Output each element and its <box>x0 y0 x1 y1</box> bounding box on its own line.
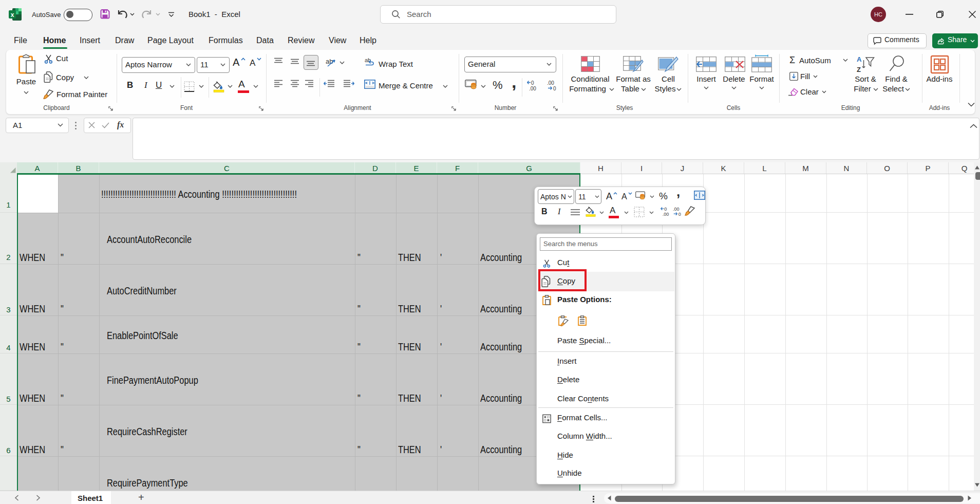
svg-text:.00: .00 <box>547 80 554 86</box>
svg-text:ab: ab <box>326 58 333 65</box>
svg-text:x: x <box>11 11 14 18</box>
svg-text:Z: Z <box>857 66 861 73</box>
svg-text:.00: .00 <box>673 207 680 212</box>
svg-text:.00: .00 <box>663 212 669 217</box>
svg-text:0: 0 <box>679 212 681 217</box>
svg-text:.00: .00 <box>529 86 536 91</box>
svg-text:A: A <box>857 55 862 63</box>
svg-text:0: 0 <box>664 207 667 212</box>
svg-text:0: 0 <box>531 80 534 86</box>
svg-text:0: 0 <box>553 86 556 91</box>
